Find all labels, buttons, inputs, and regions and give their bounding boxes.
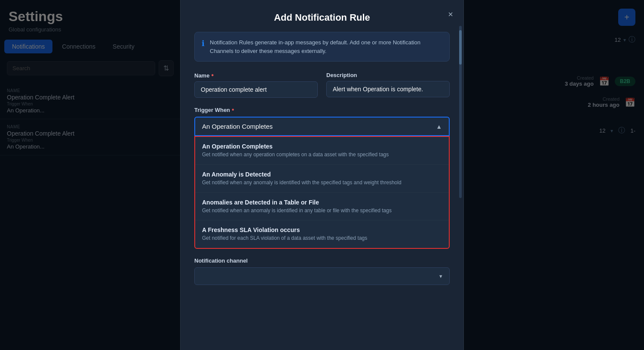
trigger-label-row: Trigger When • — [194, 106, 450, 113]
trigger-dropdown-list: An Operation Completes Get notified when… — [194, 136, 450, 249]
name-input[interactable] — [194, 81, 318, 98]
description-input[interactable] — [326, 81, 450, 97]
dropdown-item-2[interactable]: Anomalies are Detected in a Table or Fil… — [195, 193, 449, 221]
name-description-row: Name • Description — [194, 72, 450, 98]
dropdown-item-desc-3: Get notified for each SLA violation of a… — [202, 235, 442, 242]
dropdown-item-desc-2: Get notified when an anomaly is identifi… — [202, 207, 442, 214]
trigger-dropdown-wrapper: An Operation Completes ▲ An Operation Co… — [194, 117, 450, 249]
info-circle-icon: ℹ — [202, 39, 205, 55]
name-field-group: Name • — [194, 72, 318, 98]
info-banner-text: Notification Rules generate in-app messa… — [210, 38, 442, 55]
dropdown-item-1[interactable]: An Anomaly is Detected Get notified when… — [195, 165, 449, 193]
modal-title: Add Notification Rule — [194, 12, 450, 23]
dropdown-item-title-3: A Freshness SLA Violation occurs — [202, 226, 442, 233]
modal-close-button[interactable]: × — [448, 9, 453, 19]
dropdown-item-0[interactable]: An Operation Completes Get notified when… — [195, 137, 449, 165]
trigger-required-dot: • — [232, 106, 234, 113]
modal-scrollbar-thumb — [459, 30, 462, 65]
chevron-up-icon: ▲ — [436, 123, 442, 130]
dropdown-item-title-2: Anomalies are Detected in a Table or Fil… — [202, 199, 442, 206]
info-banner: ℹ Notification Rules generate in-app mes… — [194, 32, 450, 62]
channel-label: Notification channel — [194, 257, 450, 264]
notification-channel-section: Notification channel ▾ — [194, 257, 450, 285]
add-notification-rule-modal: × Add Notification Rule ℹ Notification R… — [180, 0, 464, 350]
dropdown-item-3[interactable]: A Freshness SLA Violation occurs Get not… — [195, 220, 449, 248]
trigger-dropdown-selected[interactable]: An Operation Completes ▲ — [194, 117, 450, 136]
trigger-when-label: Trigger When — [194, 107, 230, 113]
chevron-down-icon-channel: ▾ — [439, 273, 442, 279]
modal-scrollbar[interactable] — [459, 26, 462, 198]
description-field-group: Description — [326, 72, 450, 98]
dropdown-item-desc-1: Get notified when any anomaly is identif… — [202, 179, 442, 186]
trigger-selected-value: An Operation Completes — [202, 123, 273, 130]
name-required-dot: • — [211, 72, 214, 79]
channel-select-dropdown[interactable]: ▾ — [194, 267, 450, 285]
trigger-when-section: Trigger When • An Operation Completes ▲ … — [194, 106, 450, 249]
dropdown-item-title-0: An Operation Completes — [202, 143, 442, 150]
name-label: Name • — [194, 72, 318, 79]
description-label: Description — [326, 72, 450, 78]
dropdown-item-title-1: An Anomaly is Detected — [202, 171, 442, 178]
dropdown-item-desc-0: Get notified when any operation complete… — [202, 151, 442, 158]
